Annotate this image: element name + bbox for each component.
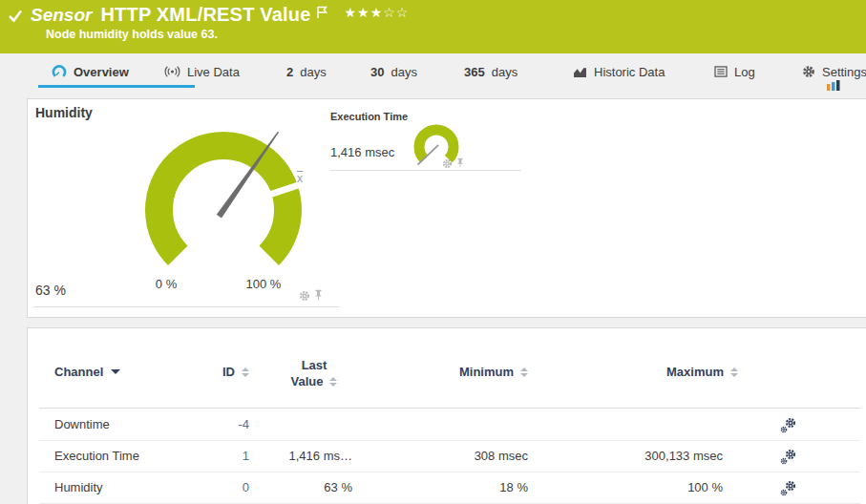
average-marker-label: x (297, 172, 303, 185)
broadcast-icon (164, 64, 180, 79)
gauge-min-label: 0 % (145, 277, 187, 291)
minimum-value (391, 409, 528, 440)
last-value (257, 409, 352, 440)
tab-30-days[interactable]: 30 days (370, 53, 417, 90)
humidity-gauge-title: Humidity (35, 105, 93, 120)
status-ok-check-icon (8, 9, 23, 23)
sensor-title: HTTP XML/REST Value (100, 4, 310, 26)
gauge-settings-gear-icon[interactable] (442, 158, 453, 169)
flag-icon (316, 6, 327, 19)
area-chart-icon (573, 66, 587, 78)
channel-name[interactable]: Humidity (54, 472, 103, 503)
gauge-icon (52, 65, 67, 79)
column-header-minimum[interactable]: Minimum (352, 365, 528, 379)
minimum-value: 308 msec (391, 440, 528, 472)
sort-icon (329, 377, 337, 387)
channels-table-panel: Channel ID Last Value Minimum Maximum Do… (27, 327, 866, 504)
log-list-icon (714, 66, 728, 77)
sort-icon (730, 368, 738, 377)
channel-settings-gears-icon[interactable] (780, 417, 796, 433)
gauge-max-label: 100 % (243, 277, 285, 291)
overview-gauges-panel: Humidity x 0 % 100 % 63 % Execution Time… (27, 98, 866, 318)
gauge-pin-icon[interactable] (456, 158, 464, 168)
execution-time-gauge[interactable] (407, 117, 474, 184)
tab-2-days[interactable]: 2 days (286, 53, 327, 90)
priority-stars[interactable]: ★★★☆☆ (345, 5, 410, 20)
sensor-status-message: Node humidity holds value 63. (46, 28, 218, 41)
execution-time-gauge-title: Execution Time (330, 111, 408, 122)
execution-time-current-value: 1,416 msec (330, 145, 394, 159)
column-header-id[interactable]: ID (142, 365, 249, 379)
active-tab-indicator (38, 85, 195, 88)
sensor-status-banner: Sensor HTTP XML/REST Value ★★★☆☆ Node hu… (0, 0, 866, 53)
tab-365-days[interactable]: 365 days (464, 53, 517, 90)
maximum-value: 100 % (562, 472, 723, 503)
channel-settings-gears-icon[interactable] (780, 449, 796, 465)
tab-log[interactable]: Log (714, 53, 755, 90)
channel-name[interactable]: Execution Time (54, 440, 139, 472)
execution-card-divider (330, 170, 521, 171)
minimum-value: 18 % (391, 472, 528, 503)
maximum-value: 300,133 msec (562, 440, 723, 472)
last-value: 63 % (257, 472, 352, 503)
column-header-last-value[interactable]: Last Value (271, 357, 357, 389)
channel-settings-gears-icon[interactable] (780, 480, 796, 496)
column-header-maximum[interactable]: Maximum (562, 365, 738, 379)
sort-icon (242, 368, 249, 377)
last-value: 1,416 ms… (257, 440, 352, 472)
humidity-current-value: 63 % (35, 283, 66, 298)
channel-id: 0 (180, 472, 249, 503)
tab-historic-data[interactable]: Historic Data (573, 53, 665, 90)
maximum-value (562, 409, 723, 440)
channel-id: -4 (180, 409, 249, 440)
sort-icon (520, 368, 528, 377)
channel-name[interactable]: Downtime (54, 409, 110, 440)
humidity-card-divider (33, 306, 339, 307)
prtg-sensor-page: Sensor HTTP XML/REST Value ★★★☆☆ Node hu… (0, 0, 866, 504)
object-kind-label: Sensor (31, 5, 92, 26)
mini-chart-icon[interactable] (827, 80, 841, 91)
gauge-pin-icon[interactable] (314, 289, 323, 301)
tab-bar: Overview Live Data 2 days 30 days 365 da… (0, 53, 866, 93)
sort-desc-icon (111, 369, 120, 374)
gear-icon (802, 65, 815, 78)
gauge-settings-gear-icon[interactable] (299, 290, 310, 302)
channel-id: 1 (180, 440, 249, 472)
